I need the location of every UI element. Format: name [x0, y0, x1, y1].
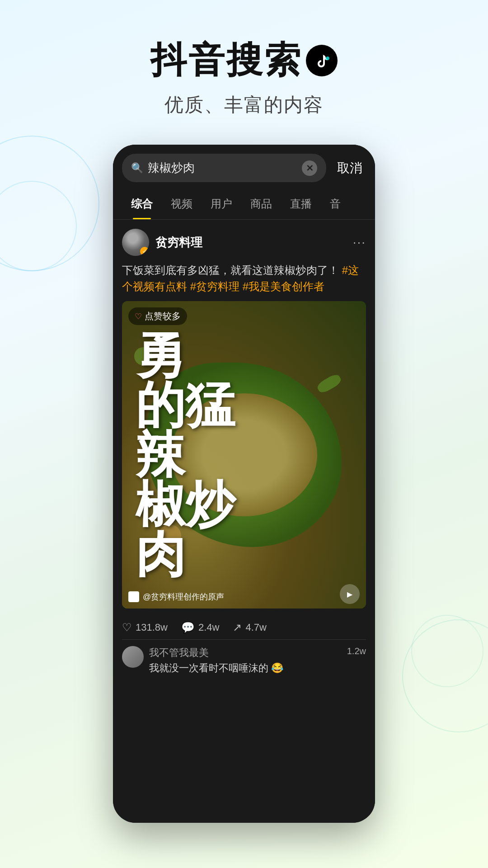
shares-count: 4.7w — [245, 622, 266, 633]
audio-info-bar: ♪ @贫穷料理创作的原声 — [128, 591, 339, 602]
tabs-bar: 综合 视频 用户 商品 直播 音 — [113, 189, 375, 220]
tab-user[interactable]: 用户 — [202, 189, 241, 219]
comment-username: 我不管我最美 — [149, 646, 342, 660]
hashtag-2[interactable]: #贫穷料理 — [190, 280, 239, 292]
cancel-button[interactable]: 取消 — [333, 160, 366, 177]
video-big-text: 勇的猛辣椒炒肉 — [136, 330, 235, 579]
post-text: 下饭菜到底有多凶猛，就看这道辣椒炒肉了！ — [122, 264, 339, 276]
like-icon: ♡ — [122, 621, 132, 634]
search-clear-button[interactable]: ✕ — [302, 160, 317, 176]
more-options-button[interactable]: ··· — [353, 235, 366, 250]
tab-audio[interactable]: 音 — [321, 189, 350, 219]
tiktok-logo-icon — [306, 45, 338, 76]
engagement-bar: ♡ 131.8w 💬 2.4w ↗ 4.7w — [122, 616, 366, 640]
phone-mockup: 🔍 辣椒炒肉 ✕ 取消 综合 视频 用户 商品 — [113, 145, 375, 823]
app-name-text: 抖音搜索 — [150, 36, 302, 85]
search-icon: 🔍 — [131, 162, 143, 174]
tab-goods[interactable]: 商品 — [241, 189, 281, 219]
post-description: 下饭菜到底有多凶猛，就看这道辣椒炒肉了！ #这个视频有点料 #贫穷料理 #我是美… — [122, 262, 366, 295]
tab-comprehensive[interactable]: 综合 — [122, 189, 162, 219]
search-bar-area: 🔍 辣椒炒肉 ✕ 取消 — [113, 145, 375, 182]
likes-count: 131.8w — [136, 622, 168, 633]
user-card: ✓ 贫穷料理 ··· — [122, 229, 366, 256]
likes-badge: ♡ 点赞较多 — [128, 307, 187, 325]
likes-badge-text: 点赞较多 — [145, 310, 181, 322]
search-query-text: 辣椒炒肉 — [148, 160, 297, 176]
comments-count-item[interactable]: 💬 2.4w — [181, 621, 219, 634]
comments-count: 2.4w — [198, 622, 219, 633]
bg-decoration-4 — [411, 615, 483, 687]
comment-avatar — [122, 646, 144, 668]
tab-video[interactable]: 视频 — [162, 189, 202, 219]
heart-icon: ♡ — [135, 311, 142, 321]
play-button[interactable]: ▶ — [340, 584, 360, 604]
shares-count-item[interactable]: ↗ 4.7w — [233, 621, 266, 634]
phone-frame: 🔍 辣椒炒肉 ✕ 取消 综合 视频 用户 商品 — [113, 145, 375, 823]
audio-text: @贫穷料理创作的原声 — [143, 591, 224, 602]
tiktok-small-icon: ♪ — [128, 591, 139, 602]
svg-point-0 — [326, 57, 329, 60]
search-box[interactable]: 🔍 辣椒炒肉 ✕ — [122, 154, 326, 182]
verified-badge: ✓ — [140, 247, 149, 256]
phone-screen: 🔍 辣椒炒肉 ✕ 取消 综合 视频 用户 商品 — [113, 145, 375, 823]
main-title: 抖音搜索 — [0, 36, 488, 85]
user-avatar: ✓ — [122, 229, 149, 256]
comment-preview: 我不管我最美 我就没一次看时不咽唾沫的 😂 1.2w — [122, 646, 366, 675]
share-icon: ↗ — [233, 621, 242, 634]
hashtag-3[interactable]: #我是美食创作者 — [243, 280, 324, 292]
content-area: ✓ 贫穷料理 ··· 下饭菜到底有多凶猛，就看这道辣椒炒肉了！ #这个视频有点料… — [113, 220, 375, 684]
likes-count-item[interactable]: ♡ 131.8w — [122, 621, 168, 634]
video-text-overlay: 勇的猛辣椒炒肉 — [122, 301, 366, 609]
comment-count: 1.2w — [347, 646, 366, 656]
username-text: 贫穷料理 — [155, 235, 347, 250]
comment-content: 我不管我最美 我就没一次看时不咽唾沫的 😂 — [149, 646, 342, 675]
video-thumbnail[interactable]: 勇的猛辣椒炒肉 ♡ 点赞较多 ♪ @贫穷料理创作的原声 ▶ — [122, 301, 366, 609]
comment-icon: 💬 — [181, 621, 195, 634]
header-area: 抖音搜索 优质、丰富的内容 — [0, 0, 488, 136]
tab-live[interactable]: 直播 — [281, 189, 321, 219]
subtitle-text: 优质、丰富的内容 — [0, 92, 488, 118]
comment-text: 我就没一次看时不咽唾沫的 😂 — [149, 661, 342, 675]
